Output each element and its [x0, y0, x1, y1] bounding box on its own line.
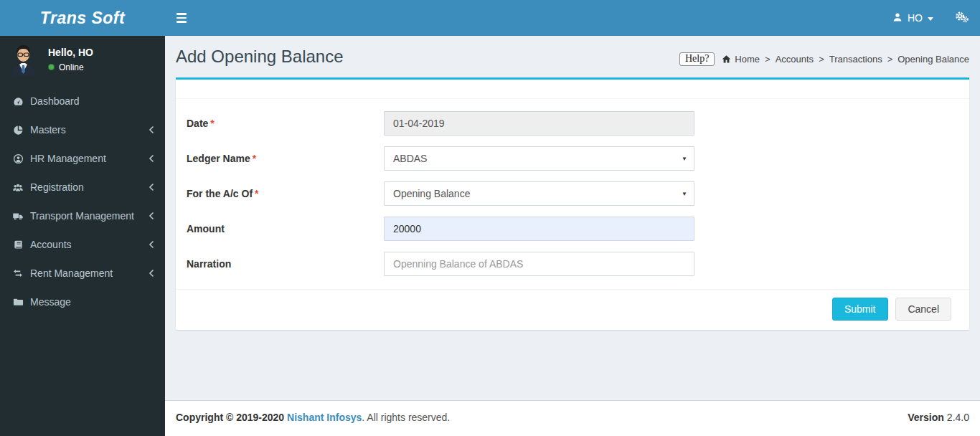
user-avatar [7, 43, 39, 75]
gauge-icon [11, 96, 25, 107]
user-status-label: Online [59, 62, 84, 72]
user-circle-icon [11, 153, 25, 164]
sidebar-item-label: Dashboard [30, 95, 80, 107]
content-area: Add Opening Balance Help? Home > Account… [165, 36, 980, 400]
exchange-icon [11, 268, 25, 278]
user-panel: Hello, HO Online [0, 36, 165, 82]
sidebar-item-accounts[interactable]: Accounts [0, 230, 165, 259]
chevron-left-icon [148, 240, 155, 249]
breadcrumb: Help? Home > Accounts > Transactions > O… [679, 52, 969, 66]
date-input[interactable] [384, 111, 694, 136]
sidebar-item-message[interactable]: Message [0, 288, 165, 316]
truck-icon [11, 211, 25, 222]
caret-down-icon [928, 17, 933, 21]
form-row-for-the-ac-of: For the A/c Of* Opening Balance ▼ [187, 181, 958, 206]
form-row-ledger-name: Ledger Name* ABDAS ▼ [187, 146, 958, 171]
page-footer: Copyright © 2019-2020 Nishant Infosys. A… [165, 400, 980, 436]
folder-icon [11, 297, 25, 307]
user-menu-label: HO [908, 12, 923, 24]
copyright-text: Copyright © 2019-2020 Nishant Infosys. A… [176, 412, 450, 425]
top-navbar: HO [165, 0, 980, 36]
user-status[interactable]: Online [48, 62, 93, 72]
form-panel: Date* Ledger Name* ABDAS ▼ [176, 77, 969, 330]
app-logo-text: Trans Soft [40, 9, 125, 28]
page-title: Add Opening Balance [176, 47, 344, 67]
book-icon [11, 240, 25, 250]
breadcrumb-separator: > [819, 54, 824, 65]
amount-label: Amount [187, 223, 384, 234]
user-menu[interactable]: HO [882, 0, 943, 36]
ledger-name-label: Ledger Name* [187, 153, 384, 164]
sidebar-item-label: Rent Management [30, 267, 113, 279]
copyright-years: Copyright © 2019-2020 [176, 412, 284, 423]
form-row-date: Date* [187, 111, 958, 136]
sidebar-item-label: Accounts [30, 239, 72, 250]
form-footer: Submit Cancel [176, 289, 969, 330]
settings-button[interactable] [943, 0, 980, 36]
cogs-icon [955, 11, 969, 25]
narration-label: Narration [187, 258, 384, 270]
breadcrumb-home[interactable]: Home [735, 54, 760, 65]
chevron-left-icon [148, 154, 155, 163]
sidebar-item-masters[interactable]: Masters [0, 115, 165, 144]
submit-button[interactable]: Submit [832, 298, 888, 321]
breadcrumb-accounts[interactable]: Accounts [776, 54, 814, 65]
pie-chart-icon [11, 125, 25, 136]
sidebar: Trans Soft Hello, HO Online Dashboard [0, 0, 165, 436]
version-info: Version2.4.0 [908, 412, 969, 425]
sidebar-item-label: Masters [30, 124, 66, 136]
online-dot-icon [48, 64, 55, 70]
required-asterisk: * [210, 118, 214, 129]
breadcrumb-separator: > [887, 54, 893, 65]
sidebar-item-label: Registration [30, 181, 84, 193]
form-row-narration: Narration [187, 252, 958, 276]
for-the-ac-of-select[interactable]: Opening Balance [384, 181, 694, 206]
required-asterisk: * [255, 188, 258, 199]
user-icon [892, 12, 903, 24]
user-info: Hello, HO Online [48, 47, 93, 72]
required-asterisk: * [253, 153, 256, 164]
breadcrumb-separator: > [765, 54, 771, 65]
sidebar-item-dashboard[interactable]: Dashboard [0, 87, 165, 115]
user-greeting: Hello, HO [48, 47, 93, 58]
sidebar-item-hr-management[interactable]: HR Management [0, 144, 165, 173]
date-label: Date* [187, 118, 384, 129]
sidebar-item-registration[interactable]: Registration [0, 173, 165, 202]
chevron-left-icon [148, 212, 155, 220]
cancel-button[interactable]: Cancel [895, 298, 951, 321]
version-label: Version [908, 412, 944, 423]
for-the-ac-of-selected-value: Opening Balance [393, 188, 470, 199]
sidebar-item-transport-management[interactable]: Transport Management [0, 202, 165, 230]
users-icon [11, 182, 25, 193]
for-the-ac-of-label: For the A/c Of* [187, 188, 384, 199]
chevron-left-icon [148, 125, 155, 134]
sidebar-item-label: HR Management [30, 153, 106, 164]
breadcrumb-opening-balance[interactable]: Opening Balance [897, 54, 969, 65]
ledger-name-selected-value: ABDAS [393, 153, 427, 164]
rights-text: . All rights reserved. [362, 412, 450, 423]
chevron-left-icon [148, 183, 155, 191]
navbar-right: HO [882, 0, 980, 36]
ledger-name-select[interactable]: ABDAS [384, 146, 694, 171]
app-logo[interactable]: Trans Soft [0, 0, 165, 36]
version-value: 2.4.0 [947, 412, 969, 423]
company-link[interactable]: Nishant Infosys [287, 412, 362, 423]
content-header: Add Opening Balance Help? Home > Account… [165, 36, 980, 67]
sidebar-item-label: Transport Management [30, 210, 134, 222]
form-body: Date* Ledger Name* ABDAS ▼ [176, 99, 969, 289]
help-button[interactable]: Help? [679, 52, 715, 66]
sidebar-item-rent-management[interactable]: Rent Management [0, 259, 165, 288]
sidebar-item-label: Message [30, 296, 71, 308]
hamburger-icon [176, 13, 187, 15]
form-panel-header [176, 80, 969, 99]
sidebar-menu: Dashboard Masters HR Management Regis [0, 87, 165, 316]
narration-input[interactable] [384, 252, 694, 276]
form-row-amount: Amount [187, 217, 958, 241]
chevron-left-icon [148, 269, 155, 278]
home-icon [722, 54, 731, 64]
amount-input[interactable] [384, 217, 694, 241]
sidebar-toggle-button[interactable] [165, 0, 198, 36]
breadcrumb-transactions[interactable]: Transactions [829, 54, 882, 65]
